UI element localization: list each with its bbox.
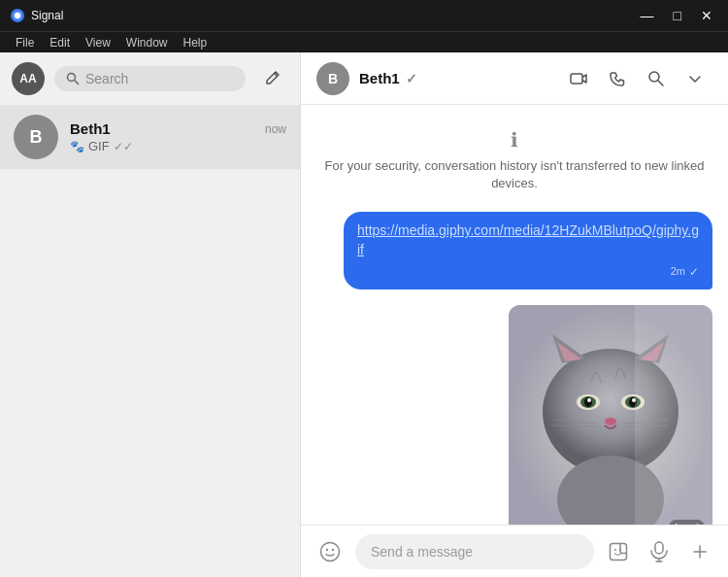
search-chat-icon: [647, 70, 665, 87]
chat-input-bar: [301, 525, 728, 577]
chevron-down-icon: [686, 70, 704, 87]
delivered-icon: ✓: [689, 264, 699, 281]
maximize-button[interactable]: □: [668, 6, 687, 25]
sticker-icon: [608, 541, 629, 562]
gif-message-meta: 1m ✓: [669, 520, 705, 525]
conversation-name-row: Beth1 now: [70, 120, 286, 137]
menu-window[interactable]: Window: [118, 34, 176, 51]
menu-file[interactable]: File: [8, 34, 42, 51]
svg-rect-35: [655, 542, 663, 554]
svg-point-30: [326, 548, 328, 550]
svg-point-34: [619, 549, 621, 551]
sidebar: AA B: [0, 52, 301, 577]
chat-header-actions: [561, 61, 712, 96]
outgoing-link-message: https://media.giphy.com/media/12HZukMBlu…: [316, 212, 712, 289]
conversation-avatar: B: [14, 115, 58, 159]
conversation-preview: GIF: [88, 139, 110, 153]
svg-point-29: [321, 542, 340, 560]
gif-time: 1m: [674, 522, 688, 525]
verified-icon: ✓: [406, 71, 417, 86]
security-notice-text: For your security, conversation history …: [320, 157, 709, 192]
compose-button[interactable]: [255, 62, 288, 95]
gif-bubble: 1m ✓: [509, 305, 712, 525]
phone-icon: [608, 69, 627, 88]
compose-icon: [262, 69, 281, 88]
chat-contact-avatar: B: [316, 62, 349, 95]
svg-point-31: [332, 548, 334, 550]
profile-avatar[interactable]: AA: [12, 62, 45, 95]
gif-image: [509, 305, 712, 525]
message-bubble: https://media.giphy.com/media/12HZukMBlu…: [344, 212, 712, 289]
conversation-preview-row: 🐾 GIF ✓✓: [70, 139, 286, 153]
search-button[interactable]: [639, 61, 674, 96]
window-controls: — □ ✕: [635, 6, 718, 25]
cat-gif-visual: [509, 305, 712, 525]
title-bar: Signal — □ ✕: [0, 0, 728, 31]
svg-point-1: [15, 13, 20, 18]
svg-point-22: [605, 418, 616, 425]
emoji-icon: [318, 540, 342, 563]
emoji-button[interactable]: [313, 534, 347, 569]
conversation-time: now: [265, 122, 286, 136]
close-button[interactable]: ✕: [695, 6, 718, 25]
app-title: Signal: [31, 9, 635, 22]
svg-rect-28: [635, 305, 712, 525]
plus-icon: [690, 542, 710, 561]
message-meta: 2m ✓: [357, 264, 699, 281]
more-input-button[interactable]: [683, 535, 716, 568]
svg-line-3: [75, 81, 79, 85]
menu-view[interactable]: View: [78, 34, 118, 51]
chat-contact-name: Beth1 ✓: [359, 70, 551, 86]
menu-edit[interactable]: Edit: [42, 34, 78, 51]
security-notice: ℹ For your security, conversation histor…: [320, 128, 709, 192]
conversation-list: B Beth1 now 🐾 GIF ✓✓: [0, 105, 300, 577]
outgoing-gif-message: 1m ✓: [316, 305, 712, 525]
app-icon: [10, 8, 25, 23]
conversation-item[interactable]: B Beth1 now 🐾 GIF ✓✓: [0, 105, 300, 169]
svg-point-33: [614, 549, 616, 551]
menu-help[interactable]: Help: [176, 34, 215, 51]
microphone-button[interactable]: [643, 535, 676, 568]
video-icon: [569, 69, 588, 88]
menu-bar: File Edit View Window Help: [0, 31, 728, 52]
conversation-status: ✓✓: [114, 140, 133, 153]
video-call-button[interactable]: [561, 61, 596, 96]
chat-panel: B Beth1 ✓: [301, 52, 728, 577]
conversation-info: Beth1 now 🐾 GIF ✓✓: [70, 120, 286, 153]
search-box[interactable]: [54, 66, 246, 91]
message-input[interactable]: [355, 534, 594, 569]
chat-messages: ℹ For your security, conversation histor…: [301, 105, 728, 525]
app-body: AA B: [0, 52, 728, 577]
svg-point-20: [587, 398, 591, 402]
microphone-icon: [649, 541, 669, 562]
giphy-link[interactable]: https://media.giphy.com/media/12HZukMBlu…: [357, 222, 699, 257]
message-time: 2m: [671, 264, 685, 279]
more-options-button[interactable]: [678, 61, 712, 96]
svg-line-6: [658, 81, 663, 85]
audio-call-button[interactable]: [600, 61, 635, 96]
search-input[interactable]: [85, 71, 234, 86]
info-icon: ℹ: [511, 128, 518, 152]
chat-header: B Beth1 ✓: [301, 52, 728, 105]
sticker-button[interactable]: [602, 535, 635, 568]
svg-rect-4: [571, 74, 582, 84]
gif-icon: 🐾: [70, 140, 84, 153]
conversation-name: Beth1: [70, 120, 111, 137]
minimize-button[interactable]: —: [635, 6, 660, 25]
sidebar-header: AA: [0, 52, 300, 105]
gif-delivered-icon: ✓: [691, 521, 700, 525]
search-icon: [66, 72, 80, 85]
svg-rect-32: [611, 543, 627, 560]
